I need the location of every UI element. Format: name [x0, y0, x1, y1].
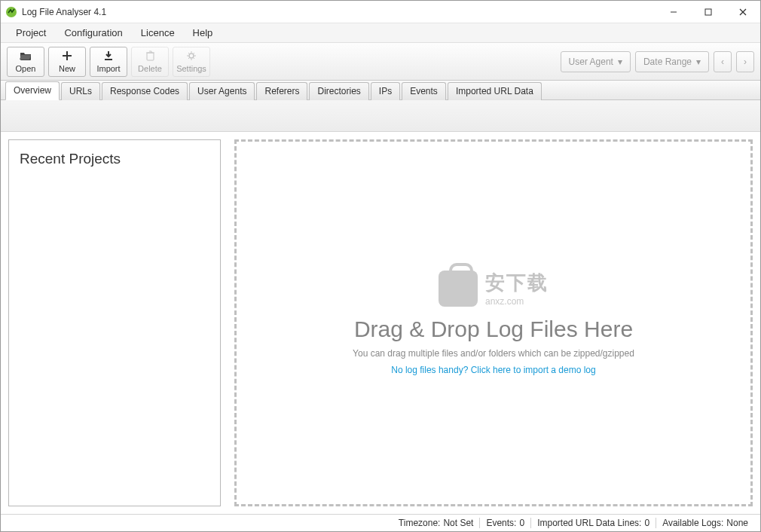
- user-agent-dropdown[interactable]: User Agent ▾: [561, 51, 631, 72]
- tab-events[interactable]: Events: [402, 82, 446, 100]
- menu-help[interactable]: Help: [184, 24, 222, 41]
- date-next-button[interactable]: ›: [736, 51, 754, 72]
- folder-open-icon: [20, 50, 32, 63]
- svg-point-7: [189, 54, 194, 58]
- app-icon: [5, 6, 17, 18]
- close-button[interactable]: [726, 1, 760, 23]
- watermark-url: anxz.com: [485, 296, 549, 308]
- status-events: Events: 0: [479, 518, 530, 528]
- plus-icon: [62, 50, 72, 63]
- user-agent-label: User Agent: [569, 57, 613, 67]
- date-prev-button[interactable]: ‹: [714, 51, 732, 72]
- svg-point-0: [6, 7, 17, 17]
- tab-ips[interactable]: IPs: [371, 82, 400, 100]
- svg-rect-6: [147, 53, 154, 60]
- dropzone-headline: Drag & Drop Log Files Here: [354, 316, 633, 342]
- status-timezone: Timezone: Not Set: [393, 518, 480, 528]
- bag-icon: [439, 271, 478, 307]
- window-title: Log File Analyser 4.1: [22, 7, 106, 17]
- maximize-button[interactable]: [691, 1, 726, 23]
- chevron-down-icon: ▾: [618, 57, 622, 67]
- title-bar: Log File Analyser 4.1: [1, 1, 760, 23]
- chevron-right-icon: ›: [744, 57, 747, 67]
- tab-referers[interactable]: Referers: [256, 82, 307, 100]
- svg-rect-5: [105, 59, 112, 60]
- import-label: Import: [96, 64, 120, 73]
- date-range-dropdown[interactable]: Date Range ▾: [635, 51, 709, 72]
- trash-icon: [145, 50, 155, 63]
- watermark: 安下载 anxz.com: [439, 271, 549, 307]
- new-button[interactable]: New: [48, 47, 86, 77]
- tab-bar: Overview URLs Response Codes User Agents…: [1, 81, 760, 100]
- import-button[interactable]: Import: [90, 47, 127, 77]
- dropzone-sub: You can drag multiple files and/or folde…: [353, 348, 634, 359]
- status-available-logs: Available Logs: None: [656, 518, 754, 528]
- recent-projects-panel: Recent Projects: [8, 139, 221, 506]
- settings-label: Settings: [176, 64, 206, 73]
- menu-licence[interactable]: Licence: [132, 24, 184, 41]
- sub-toolbar: [1, 100, 760, 132]
- tab-overview[interactable]: Overview: [5, 81, 60, 100]
- tab-urls[interactable]: URLs: [61, 82, 100, 100]
- chevron-left-icon: ‹: [721, 57, 724, 67]
- toolbar: Open New Import Delete Settings User Age…: [1, 43, 760, 81]
- menu-project[interactable]: Project: [7, 24, 55, 41]
- new-label: New: [59, 64, 75, 73]
- tab-imported-url-data[interactable]: Imported URL Data: [448, 82, 542, 100]
- delete-button[interactable]: Delete: [131, 47, 169, 77]
- status-imported: Imported URL Data Lines: 0: [530, 518, 656, 528]
- open-label: Open: [16, 64, 36, 73]
- chevron-down-icon: ▾: [696, 57, 701, 67]
- download-icon: [103, 50, 114, 63]
- tab-directories[interactable]: Directories: [309, 82, 368, 100]
- svg-rect-2: [705, 9, 711, 15]
- main-area: Recent Projects 安下载 anxz.com Drag & Drop…: [1, 132, 760, 514]
- drop-zone[interactable]: 安下载 anxz.com Drag & Drop Log Files Here …: [234, 139, 753, 506]
- watermark-cn: 安下载: [485, 271, 549, 296]
- menu-bar: Project Configuration Licence Help: [1, 23, 760, 43]
- menu-configuration[interactable]: Configuration: [55, 24, 131, 41]
- tab-response-codes[interactable]: Response Codes: [102, 82, 188, 100]
- delete-label: Delete: [138, 64, 162, 73]
- status-bar: Timezone: Not Set Events: 0 Imported URL…: [1, 514, 760, 531]
- recent-projects-heading: Recent Projects: [20, 151, 209, 167]
- minimize-button[interactable]: [656, 1, 691, 23]
- settings-button[interactable]: Settings: [173, 47, 210, 77]
- gear-icon: [186, 50, 197, 63]
- import-demo-link[interactable]: No log files handy? Click here to import…: [391, 365, 595, 375]
- date-range-label: Date Range: [643, 57, 692, 67]
- open-button[interactable]: Open: [7, 47, 44, 77]
- tab-user-agents[interactable]: User Agents: [189, 82, 255, 100]
